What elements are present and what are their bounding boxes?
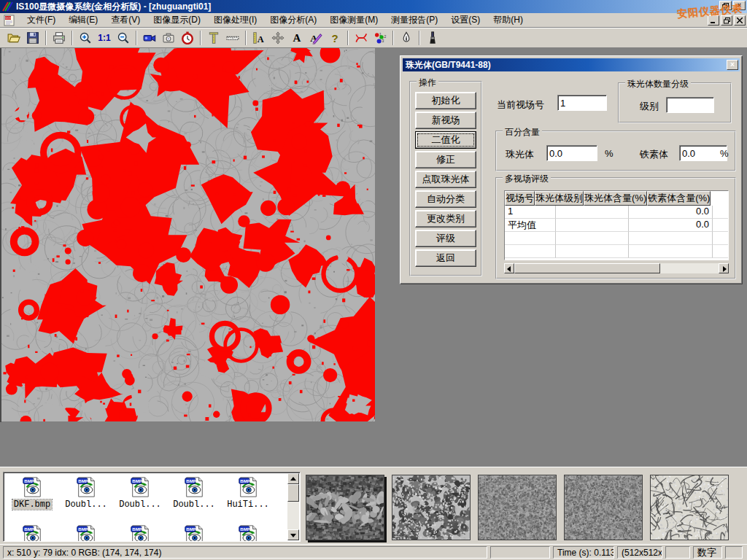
curve-tool-icon[interactable] [352,29,371,47]
file-item[interactable]: BMP Doubl... [113,474,167,522]
table-horizontal-scrollbar[interactable] [504,263,729,273]
file-item[interactable]: BMP [167,522,221,541]
menu-item[interactable]: 图像测量(M) [323,12,384,28]
menu-item[interactable]: 图像显示(D) [147,12,207,28]
operation-button[interactable]: 评级 [415,230,476,247]
save-icon[interactable] [23,29,42,47]
scroll-left-icon[interactable] [504,263,514,273]
toolbar-separator [245,31,247,45]
menu-item[interactable]: 编辑(E) [62,12,104,28]
thumbnail-1[interactable] [306,475,384,540]
scrollbar-thumb[interactable] [287,484,299,502]
help-icon[interactable]: ? [325,29,344,47]
clock-icon[interactable] [178,29,197,47]
thumbnail-5[interactable] [650,475,729,540]
camera-icon[interactable] [159,29,178,47]
column-header[interactable]: 珠光体级别 [535,191,584,206]
file-item[interactable]: BMP DKF.bmp [5,474,59,522]
brush-icon[interactable] [423,29,442,47]
pen-icon[interactable] [397,29,416,47]
bmp-file-icon: BMP [237,476,259,498]
operation-button[interactable]: 自动分类 [415,190,476,208]
dialog-title-bar[interactable]: 珠光体(GB/T9441-88) × [403,58,740,71]
file-item[interactable]: BMP Doubl... [59,474,113,522]
scrollbar-track[interactable] [660,263,719,273]
vertical-ruler-icon[interactable] [204,29,223,47]
video-camera-icon[interactable] [140,29,159,47]
menu-item[interactable]: 帮助(H) [487,12,530,28]
table-row[interactable]: 平均值 0.0 [505,219,729,232]
file-name[interactable]: Doubl... [63,499,109,510]
file-item[interactable]: BMP [221,522,275,541]
operation-button[interactable]: 点取珠光体 [415,171,476,188]
text-edit-icon[interactable]: A [306,29,325,47]
file-list-scrollbar[interactable] [287,473,299,540]
grading-group-label: 珠光体数量分级 [625,78,691,90]
operation-button[interactable]: 新视场 [415,112,476,129]
rating-table[interactable]: 视场号珠光体级别珠光体含量(%)铁素体含量(%) 1 0.0 [504,190,729,260]
toolbar-separator [200,31,201,45]
scroll-up-icon[interactable] [287,473,299,484]
actual-size-icon[interactable]: 1:1 [95,29,114,47]
operations-group-label: 操作 [417,77,438,89]
bmp-file-icon: BMP [237,524,259,541]
operation-button[interactable]: 初始化 [415,92,476,109]
operation-button[interactable]: 修正 [415,151,476,168]
scroll-right-icon[interactable] [719,263,729,273]
file-item[interactable]: BMP [5,522,59,541]
menu-item[interactable]: 测量报告(P) [384,12,444,28]
mdi-close-button[interactable] [734,15,746,26]
zoom-out-icon[interactable] [114,29,133,47]
operation-button[interactable]: 二值化 [415,131,476,149]
current-field-input[interactable] [557,95,607,111]
zoom-in-icon[interactable] [76,29,95,47]
move-icon[interactable] [268,29,287,47]
menu-item[interactable]: 查看(V) [104,12,147,28]
file-item[interactable]: BMP [59,522,113,541]
table-row[interactable] [505,245,729,258]
menu-item[interactable]: 设置(S) [444,12,487,28]
file-name[interactable]: Doubl... [117,499,163,510]
menu-item[interactable]: 文件(F) [20,12,62,28]
ruler-label-icon[interactable]: A [249,29,268,47]
toolbar-separator [45,31,47,45]
toolbar-separator [347,31,349,45]
table-row[interactable] [505,232,729,245]
operation-button[interactable]: 返回 [415,249,476,267]
rating-table-header: 视场号珠光体级别珠光体含量(%)铁素体含量(%) [505,191,729,206]
file-name[interactable]: Doubl... [171,499,217,510]
pearlite-content-cell [629,245,713,258]
level-input[interactable] [666,97,714,113]
svg-text:BMP: BMP [240,478,250,483]
file-item[interactable]: BMP HuiTi... [221,474,275,522]
classify-points-icon[interactable]: 123 [371,29,390,47]
metallograph-image[interactable] [0,48,376,422]
print-icon[interactable] [50,29,69,47]
file-item[interactable]: BMP [113,522,167,541]
operation-button[interactable]: 更改类别 [415,210,476,228]
scrollbar-thumb[interactable] [514,263,660,273]
pearlite-percent-input[interactable] [546,145,597,161]
horizontal-ruler-icon[interactable] [223,29,242,47]
open-icon[interactable] [4,29,23,47]
thumbnail-4[interactable] [564,475,643,540]
menu-item[interactable]: 图像处理(I) [207,12,263,28]
field-number-cell: 1 [505,206,556,219]
file-name[interactable]: HuiTi... [225,499,271,510]
thumbnail-2[interactable] [392,475,471,540]
column-header[interactable]: 珠光体含量(%) [584,191,647,206]
file-name[interactable]: DKF.bmp [12,499,52,510]
status-bar: x: 510 y: 79 idx: 0 RGB: (174, 174, 174)… [0,544,747,560]
text-icon[interactable]: A [287,29,306,47]
column-header[interactable]: 视场号 [505,191,535,206]
scroll-down-icon[interactable] [287,529,299,540]
rating-table-body: 1 0.0 平均值 0.0 [505,206,728,258]
file-item[interactable]: BMP Doubl... [167,474,221,522]
metallograph-canvas[interactable] [1,48,375,421]
table-row[interactable]: 1 0.0 [505,206,729,219]
bmp-file-icon: BMP [183,524,205,541]
dialog-close-icon[interactable]: × [727,60,738,70]
menu-item[interactable]: 图像分析(A) [263,12,323,28]
thumbnail-3[interactable] [478,475,557,540]
column-header[interactable]: 铁素体含量(%) [647,191,711,206]
